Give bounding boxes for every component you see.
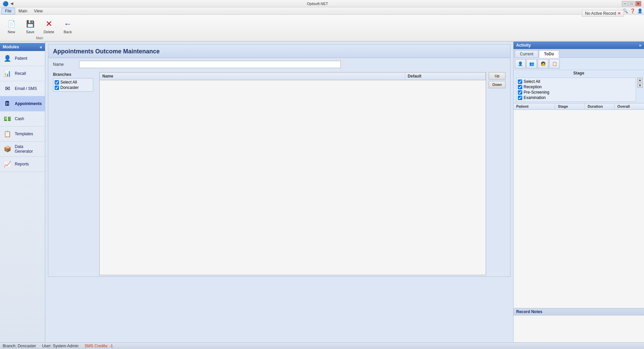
activity-panel: Activity » Current ToDo 👤 👥 🧑 📋 — [513, 42, 644, 342]
record-notes-section: Record Notes — [514, 308, 644, 342]
sidebar: Modules « 👤 Patient 📊 Recall ✉ Email / S… — [0, 42, 45, 342]
sidebar-collapse-icon[interactable]: « — [40, 44, 42, 50]
name-row: Name — [48, 58, 510, 71]
menu-file[interactable]: File — [1, 8, 15, 14]
activity-calendar-button[interactable]: 📋 — [549, 59, 560, 68]
new-button[interactable]: 📄 New — [3, 17, 20, 36]
stage-scroll-down[interactable]: ▼ — [637, 83, 643, 88]
record-notes-label: Record Notes — [514, 308, 644, 315]
no-active-record: No Active Record ✕ — [582, 10, 624, 17]
sidebar-header: Modules « — [0, 43, 45, 51]
branches-label: Branches — [53, 72, 97, 77]
branches-list: Select All Doncaster — [53, 78, 93, 92]
activity-person2-button[interactable]: 👥 — [526, 59, 537, 68]
delete-button[interactable]: ✕ Delete — [40, 17, 58, 36]
close-button[interactable]: ✕ — [635, 1, 641, 6]
stage-select-all[interactable]: Select All — [518, 79, 634, 84]
stage-pre-screening[interactable]: Pre-Screening — [518, 90, 634, 95]
content-area: Appointments Outcome Maintenance Name Br… — [45, 42, 513, 342]
activity-tabs: Current ToDo — [514, 49, 644, 58]
sidebar-item-email-sms[interactable]: ✉ Email / SMS — [0, 81, 45, 96]
save-button[interactable]: 💾 Save — [21, 17, 39, 36]
activity-icons-row: 👤 👥 🧑 📋 — [514, 58, 644, 70]
data-generator-icon: 📦 — [3, 144, 12, 154]
window-controls[interactable]: ─ □ ✕ — [622, 1, 641, 6]
sidebar-item-templates[interactable]: 📋 Templates — [0, 127, 45, 142]
stage-reception[interactable]: Reception — [518, 85, 634, 89]
col-patient: Patient — [514, 103, 555, 109]
stage-examination[interactable]: Examination — [518, 95, 634, 100]
calendar-icon: 📋 — [552, 61, 557, 66]
person3-icon: 🧑 — [541, 61, 546, 66]
menu-bar: File Main View 🔍 ❓ 👤 No Active Record ✕ — [0, 7, 644, 15]
stage-select-all-checkbox[interactable] — [518, 80, 522, 84]
sidebar-item-recall[interactable]: 📊 Recall — [0, 66, 45, 81]
record-notes-body — [514, 315, 644, 342]
up-button[interactable]: Up — [489, 72, 505, 80]
person1-icon: 👤 — [518, 61, 523, 66]
status-user: User: System Admin — [42, 344, 78, 348]
sidebar-item-cash[interactable]: 💵 Cash — [0, 111, 45, 127]
name-input[interactable] — [79, 61, 341, 68]
help-icon[interactable]: ❓ — [630, 8, 635, 13]
stage-reception-checkbox[interactable] — [518, 85, 522, 89]
col-stage: Stage — [555, 103, 585, 109]
name-label: Name — [53, 62, 76, 67]
templates-icon: 📋 — [3, 129, 12, 139]
email-icon: ✉ — [3, 84, 12, 93]
stage-label: Stage — [514, 70, 644, 76]
activity-table-header: Patient Stage Duration Overall — [514, 103, 644, 110]
stage-filter: Select All Reception Pre-Screening Exami… — [516, 78, 636, 102]
col-default: Default — [405, 72, 486, 80]
stage-examination-checkbox[interactable] — [518, 96, 522, 100]
activity-person1-button[interactable]: 👤 — [515, 59, 526, 68]
sidebar-item-data-generator[interactable]: 📦 Data Generator — [0, 142, 45, 157]
status-bar: Branch: Doncaster User: System Admin SMS… — [0, 342, 644, 349]
activity-header: Activity » — [514, 42, 644, 49]
activity-title: Activity — [516, 43, 531, 48]
cash-icon: 💵 — [3, 114, 12, 123]
tab-todo[interactable]: ToDo — [539, 50, 559, 58]
patient-icon: 👤 — [3, 54, 12, 63]
recall-icon: 📊 — [3, 69, 12, 78]
tab-current[interactable]: Current — [515, 50, 538, 57]
maximize-button[interactable]: □ — [629, 1, 635, 6]
person2-icon: 👥 — [529, 61, 534, 66]
stage-pre-screening-checkbox[interactable] — [518, 90, 522, 95]
close-record-icon[interactable]: ✕ — [618, 11, 621, 16]
back-icon: ← — [62, 18, 73, 29]
down-button[interactable]: Down — [489, 81, 505, 88]
menu-view[interactable]: View — [31, 8, 46, 14]
outcomes-table: Name Default — [99, 72, 486, 275]
activity-person3-button[interactable]: 🧑 — [538, 59, 548, 68]
sidebar-item-appointments[interactable]: 🗓 Appointments — [0, 96, 45, 111]
user-icon[interactable]: 👤 — [637, 8, 643, 13]
branch-doncaster-checkbox[interactable] — [55, 86, 59, 90]
col-duration: Duration — [585, 103, 615, 109]
app-title: Optisoft.NET — [13, 2, 622, 6]
content-panel: Appointments Outcome Maintenance Name Br… — [48, 44, 511, 277]
menu-main[interactable]: Main — [15, 8, 31, 14]
branch-doncaster[interactable]: Doncaster — [55, 85, 92, 90]
branch-select-all[interactable]: Select All — [55, 80, 92, 85]
outcomes-table-header: Name Default — [100, 72, 486, 80]
delete-icon: ✕ — [44, 18, 54, 29]
sidebar-item-reports[interactable]: 📈 Reports — [0, 157, 45, 172]
activity-table-body — [514, 110, 644, 308]
status-branch: Branch: Doncaster — [3, 344, 36, 348]
minimize-button[interactable]: ─ — [622, 1, 628, 6]
reports-icon: 📈 — [3, 159, 12, 169]
status-sms: SMS Credits: -1 — [85, 344, 113, 348]
sidebar-item-patient[interactable]: 👤 Patient — [0, 51, 45, 66]
toolbar-group-label: Main — [3, 36, 76, 40]
activity-expand-icon[interactable]: » — [639, 43, 641, 48]
stage-scroll-up[interactable]: ▲ — [637, 78, 643, 82]
branches-section: Branches Select All Doncaster — [53, 72, 97, 275]
appointments-icon: 🗓 — [3, 99, 12, 108]
new-icon: 📄 — [6, 18, 17, 29]
page-title: Appointments Outcome Maintenance — [48, 45, 510, 58]
col-name: Name — [100, 72, 405, 80]
branch-select-all-checkbox[interactable] — [55, 80, 59, 85]
back-button[interactable]: ← Back — [59, 17, 76, 36]
save-icon: 💾 — [25, 18, 36, 29]
